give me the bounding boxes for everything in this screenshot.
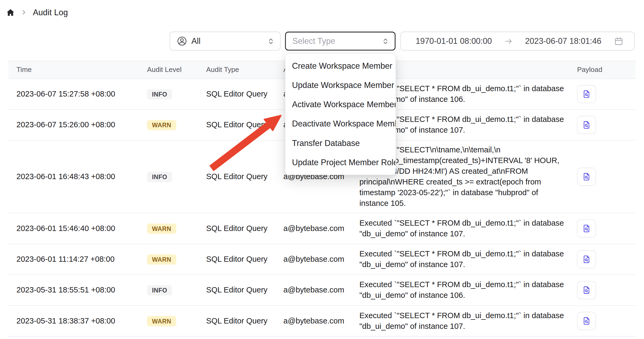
- time-cell: 2023-05-31 18:55:51 +08:00: [8, 286, 139, 295]
- payload-document-search-icon: [582, 120, 591, 129]
- chevron-up-down-icon: [382, 38, 389, 45]
- comment-cell: Executed `"SELECT * FROM db_ui_demo.t1;"…: [351, 245, 569, 274]
- time-cell: 2023-05-31 18:38:37 +08:00: [8, 316, 139, 325]
- audit-type-cell: SQL Editor Query: [198, 224, 275, 233]
- type-filter-select[interactable]: Select Type: [285, 32, 395, 51]
- audit-type-cell: SQL Editor Query: [198, 316, 275, 325]
- dropdown-option[interactable]: Update Project Member Role: [285, 153, 395, 172]
- audit-level-badge: INFO: [147, 89, 172, 99]
- audit-log-page: Audit Log All Select Type 1970-01-01 08:…: [0, 0, 644, 339]
- payload-document-search-icon: [582, 172, 591, 181]
- time-cell: 2023-06-01 16:48:43 +08:00: [8, 172, 139, 181]
- actor-cell: a@bytebase.com: [275, 255, 351, 264]
- header-audit-level: Audit Level: [139, 66, 198, 74]
- payload-view-button[interactable]: [577, 85, 596, 103]
- audit-level-badge: WARN: [147, 316, 176, 326]
- time-cell: 2023-06-07 15:26:00 +08:00: [8, 120, 139, 129]
- audit-type-cell: SQL Editor Query: [198, 120, 275, 129]
- audit-type-cell: SQL Editor Query: [198, 255, 275, 264]
- page-title: Audit Log: [33, 7, 68, 17]
- header-payload: Payload: [569, 66, 636, 74]
- date-range-start: 1970-01-01 08:00:00: [416, 36, 492, 46]
- time-cell: 2023-06-01 15:46:40 +08:00: [8, 224, 139, 233]
- actor-cell: a@bytebase.com: [275, 224, 351, 233]
- audit-type-cell: SQL Editor Query: [198, 286, 275, 295]
- calendar-icon: [614, 36, 623, 46]
- dropdown-option[interactable]: Transfer Database: [285, 134, 395, 153]
- payload-view-button[interactable]: [577, 219, 596, 238]
- payload-view-button[interactable]: [577, 168, 596, 186]
- payload-view-button[interactable]: [577, 312, 596, 330]
- breadcrumb: Audit Log: [0, 0, 68, 25]
- comment-cell: Executed `"SELECT * FROM db_ui_demo.t1;"…: [351, 306, 569, 336]
- date-range-end: 2023-06-07 18:01:46: [525, 36, 601, 46]
- audit-level-badge: WARN: [147, 254, 176, 264]
- audit-type-cell: SQL Editor Query: [198, 172, 275, 181]
- comment-cell: Executed `"SELECT * FROM db_ui_demo.t1;"…: [351, 275, 569, 305]
- dropdown-option[interactable]: Update Workspace Member: [285, 76, 395, 95]
- arrow-right-icon: [505, 37, 512, 45]
- actor-filter-value: All: [191, 36, 263, 46]
- table-row: 2023-06-01 11:14:27 +08:00 WARN SQL Edit…: [8, 244, 636, 275]
- audit-level-badge: WARN: [147, 120, 176, 130]
- date-range-picker[interactable]: 1970-01-01 08:00:00 2023-06-07 18:01:46: [401, 32, 635, 51]
- user-circle-icon: [177, 36, 187, 47]
- actor-cell: a@bytebase.com: [275, 316, 351, 325]
- chevron-up-down-icon: [267, 38, 274, 45]
- table-row: 2023-05-31 18:38:37 +08:00 WARN SQL Edit…: [8, 306, 636, 337]
- dropdown-option[interactable]: Create Workspace Member: [285, 56, 395, 76]
- header-time: Time: [8, 66, 139, 74]
- actor-filter-select[interactable]: All: [170, 32, 281, 51]
- time-cell: 2023-06-07 15:27:58 +08:00: [8, 90, 139, 99]
- header-audit-type: Audit Type: [198, 66, 275, 74]
- audit-level-badge: INFO: [147, 285, 172, 295]
- actor-cell: a@bytebase.com: [275, 286, 351, 295]
- home-icon[interactable]: [6, 8, 15, 17]
- audit-level-badge: INFO: [147, 172, 172, 182]
- payload-document-search-icon: [582, 90, 591, 99]
- payload-document-search-icon: [582, 316, 591, 325]
- comment-cell: Executed `"SELECT * FROM db_ui_demo.t1;"…: [351, 214, 569, 243]
- time-cell: 2023-06-01 11:14:27 +08:00: [8, 255, 139, 264]
- payload-document-search-icon: [582, 224, 591, 233]
- dropdown-option[interactable]: Deactivate Workspace Member: [285, 114, 395, 133]
- type-filter-dropdown: Create Workspace Member Update Workspace…: [285, 53, 396, 175]
- payload-view-button[interactable]: [577, 116, 596, 134]
- chevron-right-icon: [21, 9, 27, 16]
- payload-document-search-icon: [582, 255, 591, 264]
- audit-type-cell: SQL Editor Query: [198, 90, 275, 99]
- payload-view-button[interactable]: [577, 250, 596, 268]
- audit-level-badge: WARN: [147, 223, 176, 233]
- payload-view-button[interactable]: [577, 281, 596, 299]
- type-filter-placeholder: Select Type: [292, 36, 378, 46]
- table-row: 2023-05-31 18:55:51 +08:00 INFO SQL Edit…: [8, 275, 636, 306]
- filter-bar: All Select Type 1970-01-01 08:00:00 2023…: [170, 32, 635, 51]
- dropdown-option[interactable]: Activate Workspace Member: [285, 95, 395, 114]
- table-row: 2023-06-01 15:46:40 +08:00 WARN SQL Edit…: [8, 213, 636, 244]
- payload-document-search-icon: [582, 286, 591, 295]
